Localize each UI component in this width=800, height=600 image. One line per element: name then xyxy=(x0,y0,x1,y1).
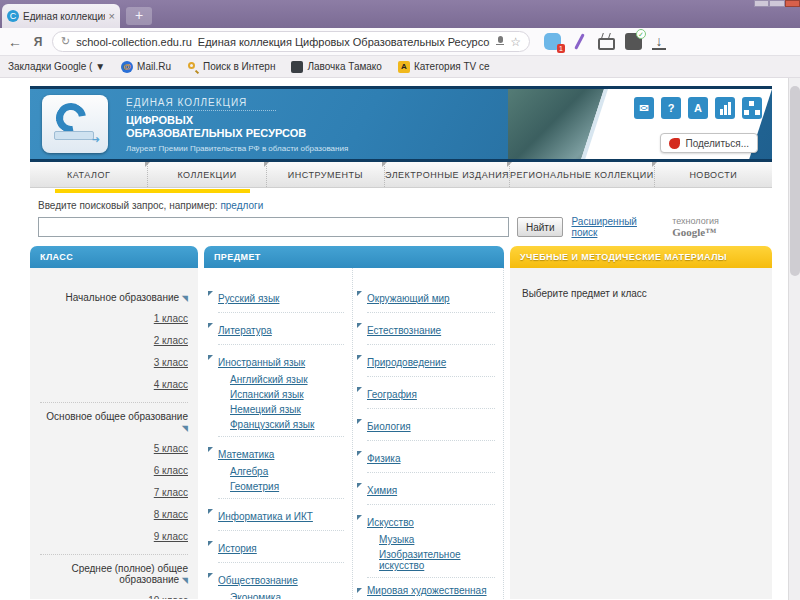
subject-fine-art[interactable]: Изобразительное искусство xyxy=(379,549,497,571)
subject-biology[interactable]: Биология xyxy=(367,421,411,432)
subject-world-culture[interactable]: Мировая художественная культура xyxy=(367,585,495,599)
yandex-icon[interactable]: Я xyxy=(30,35,46,49)
nav-electronic-editions[interactable]: ЭЛЕКТРОННЫЕ ИЗДАНИЯ xyxy=(384,162,509,187)
site-title-line1: ЕДИНАЯ КОЛЛЕКЦИЯ xyxy=(126,97,348,108)
subject-geometry[interactable]: Геометрия xyxy=(230,481,348,492)
bookmark-category-tv[interactable]: A Категория TV се xyxy=(398,61,490,73)
nav-catalog[interactable]: КАТАЛОГ xyxy=(30,162,147,187)
subject-french[interactable]: Французский язык xyxy=(230,419,348,430)
site-tagline: Лауреат Премии Правительства РФ в област… xyxy=(126,144,348,153)
bookmark-mailru[interactable]: @ Mail.Ru xyxy=(121,61,171,73)
bullet-icon xyxy=(357,588,362,593)
subject-geography[interactable]: География xyxy=(367,389,417,400)
subject-informatics[interactable]: Информатика и ИКТ xyxy=(218,511,313,522)
subject-art[interactable]: Искусство xyxy=(367,517,414,528)
subject-natural-science[interactable]: Естествознание xyxy=(367,325,441,336)
collapse-arrow-icon[interactable]: ◥ xyxy=(182,576,188,585)
active-tab-indicator xyxy=(55,189,250,193)
find-button[interactable]: Найти xyxy=(517,217,564,237)
bullet-icon xyxy=(208,323,213,328)
window-controls[interactable] xyxy=(754,0,800,7)
bookmarks-bar: Закладки Google ( ▼ @ Mail.Ru Поиск в Ин… xyxy=(0,56,800,78)
bullet-icon xyxy=(357,419,362,424)
class-link-9[interactable]: 9 класс xyxy=(40,531,188,542)
nav-regional-collections[interactable]: РЕГИОНАЛЬНЫЕ КОЛЛЕКЦИИ xyxy=(509,162,654,187)
reload-icon[interactable]: ↻ xyxy=(61,35,70,48)
collapse-arrow-icon[interactable]: ◥ xyxy=(182,294,188,303)
subject-literature[interactable]: Литература xyxy=(218,325,272,336)
extension-adblock-icon[interactable]: ✓ xyxy=(625,33,642,50)
subject-russian[interactable]: Русский язык xyxy=(218,293,279,304)
mail-icon[interactable]: ✉ xyxy=(634,97,654,119)
bullet-icon xyxy=(357,355,362,360)
subject-physics[interactable]: Физика xyxy=(367,453,401,464)
class-link-5[interactable]: 5 класс xyxy=(40,443,188,454)
site-logo[interactable]: ➜ xyxy=(42,95,108,153)
subject-chemistry[interactable]: Химия xyxy=(367,485,397,496)
minimize-button[interactable] xyxy=(754,0,769,7)
subject-foreign-language[interactable]: Иностранный язык xyxy=(218,357,305,368)
class-link-3[interactable]: 3 класс xyxy=(40,357,188,368)
voice-search-icon[interactable] xyxy=(496,36,504,47)
tab-title: Единая коллекция Ци xyxy=(23,11,105,22)
subject-math[interactable]: Математика xyxy=(218,449,274,460)
class-link-4[interactable]: 4 класс xyxy=(40,379,188,390)
download-icon[interactable]: ↓ xyxy=(652,34,666,50)
subject-german[interactable]: Немецкий язык xyxy=(230,404,348,415)
subject-social-studies[interactable]: Обществознание xyxy=(218,575,298,586)
help-icon[interactable]: ? xyxy=(661,97,681,119)
subject-music[interactable]: Музыка xyxy=(379,534,497,545)
site-favicon: C xyxy=(7,10,19,22)
bookmark-tamako[interactable]: Лавочка Тамако xyxy=(291,61,382,73)
search-hint: Введите поисковый запрос, например: пред… xyxy=(38,200,764,211)
browser-tab[interactable]: C Единая коллекция Ци × xyxy=(2,4,120,28)
extension-cloud-icon[interactable]: 1 xyxy=(544,33,561,50)
nav-tools[interactable]: ИНСТРУМЕНТЫ xyxy=(266,162,384,187)
search-input[interactable] xyxy=(38,217,509,237)
bookmark-star-icon[interactable]: ☆ xyxy=(510,35,521,49)
maximize-button[interactable] xyxy=(769,0,784,7)
nav-underline-strip xyxy=(30,188,772,194)
subject-spanish[interactable]: Испанский язык xyxy=(230,389,348,400)
bookmark-internet-search[interactable]: Поиск в Интерн xyxy=(187,61,275,73)
class-link-1[interactable]: 1 класс xyxy=(40,313,188,324)
share-button[interactable]: Поделиться... xyxy=(660,133,758,153)
subject-economics[interactable]: Экономика xyxy=(230,592,348,599)
extension-feather-icon[interactable] xyxy=(571,33,588,50)
bullet-icon xyxy=(208,447,213,452)
page-scrollbar[interactable] xyxy=(788,78,800,600)
tab-close-icon[interactable]: × xyxy=(109,10,115,22)
bullet-icon xyxy=(357,451,362,456)
class-link-10[interactable]: 10 класс xyxy=(40,595,188,599)
class-link-2[interactable]: 2 класс xyxy=(40,335,188,346)
search-example-link[interactable]: предлоги xyxy=(220,200,263,211)
stats-icon[interactable] xyxy=(715,97,735,119)
subject-algebra[interactable]: Алгебра xyxy=(230,466,348,477)
extension-tv-icon[interactable] xyxy=(598,38,615,50)
new-tab-button[interactable]: + xyxy=(126,7,152,25)
scrollbar-thumb[interactable] xyxy=(790,86,800,276)
back-icon[interactable]: ← xyxy=(6,34,24,50)
class-link-7[interactable]: 7 класс xyxy=(40,487,188,498)
subject-item: Информатика и ИКТ xyxy=(218,506,344,531)
browser-toolbar: ← Я ↻ school-collection.edu.ru Единая ко… xyxy=(0,28,800,56)
advanced-search-link[interactable]: Расширенный поиск xyxy=(571,216,664,238)
nav-news[interactable]: НОВОСТИ xyxy=(654,162,772,187)
subject-world-around[interactable]: Окружающий мир xyxy=(367,293,450,304)
bookmark-google-folder[interactable]: Закладки Google ( ▼ xyxy=(8,61,105,72)
sitemap-icon[interactable] xyxy=(742,97,762,119)
font-size-icon[interactable]: A xyxy=(688,97,708,119)
subject-history[interactable]: История xyxy=(218,543,257,554)
bullet-icon xyxy=(357,483,362,488)
subject-item: Искусство Музыка Изобразительное искусст… xyxy=(367,512,495,578)
subject-nature-study[interactable]: Природоведение xyxy=(367,357,446,368)
subject-english[interactable]: Английский язык xyxy=(230,374,348,385)
window-close-button[interactable] xyxy=(785,0,800,7)
nav-collections[interactable]: КОЛЛЕКЦИИ xyxy=(147,162,265,187)
class-link-8[interactable]: 8 класс xyxy=(40,509,188,520)
collapse-arrow-icon[interactable]: ◥ xyxy=(182,424,188,433)
dotted-divider xyxy=(40,402,188,403)
url-page-title: Единая коллекция Цифровых Образовательны… xyxy=(198,36,490,48)
class-link-6[interactable]: 6 класс xyxy=(40,465,188,476)
address-bar[interactable]: ↻ school-collection.edu.ru Единая коллек… xyxy=(52,31,530,52)
